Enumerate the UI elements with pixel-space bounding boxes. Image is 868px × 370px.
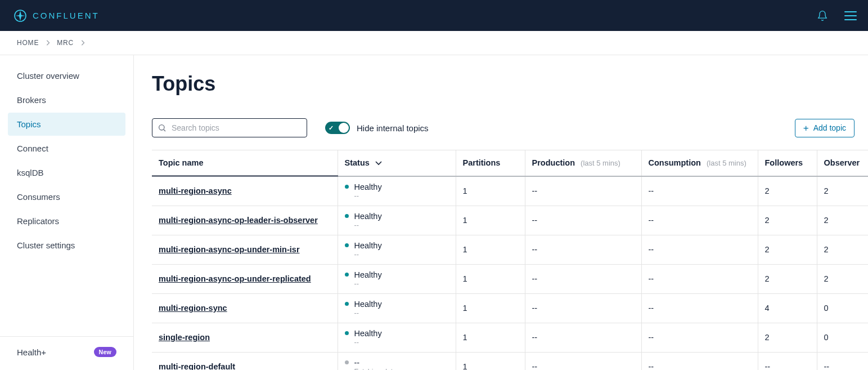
cell-consumption: -- bbox=[641, 264, 758, 293]
cell-followers: 2 bbox=[758, 264, 817, 293]
add-topic-button[interactable]: + Add topic bbox=[795, 119, 854, 137]
cell-production: -- bbox=[525, 323, 641, 352]
confluent-logo-icon bbox=[14, 9, 27, 23]
status-sub: -- bbox=[354, 280, 449, 288]
topic-link[interactable]: multi-region-async bbox=[159, 186, 232, 195]
menu-icon[interactable] bbox=[844, 11, 857, 20]
table-row: single-regionHealthy--1----20 bbox=[152, 323, 868, 352]
new-badge: New bbox=[94, 347, 117, 357]
sidebar-item-health[interactable]: Health+ New bbox=[0, 336, 133, 370]
hide-internal-toggle[interactable]: ✓ Hide internal topics bbox=[325, 122, 429, 134]
sidebar-item-topics[interactable]: Topics bbox=[8, 113, 125, 136]
plus-icon: + bbox=[803, 123, 809, 133]
cell-partitions: 1 bbox=[456, 176, 525, 206]
brand-logo[interactable]: CONFLUENT bbox=[14, 9, 100, 23]
th-status[interactable]: Status bbox=[338, 150, 456, 176]
cell-observers: 2 bbox=[817, 235, 868, 264]
sidebar-item-cluster-overview[interactable]: Cluster overview bbox=[8, 64, 125, 87]
cell-partitions: 1 bbox=[456, 352, 525, 370]
page-title: Topics bbox=[152, 72, 868, 96]
main-content: Topics ✓ Hide internal topics + Add topi… bbox=[134, 55, 868, 370]
status-text: Healthy bbox=[354, 270, 382, 279]
status-dot-icon bbox=[345, 273, 349, 277]
cell-partitions: 1 bbox=[456, 323, 525, 352]
cell-followers: -- bbox=[758, 352, 817, 370]
check-icon: ✓ bbox=[329, 124, 334, 132]
cell-observers: -- bbox=[817, 352, 868, 370]
toolbar: ✓ Hide internal topics + Add topic bbox=[152, 118, 868, 137]
table-row: multi-region-async-op-leader-is-observer… bbox=[152, 206, 868, 235]
cell-consumption: -- bbox=[641, 235, 758, 264]
cell-production: -- bbox=[525, 352, 641, 370]
th-partitions[interactable]: Partitions bbox=[456, 150, 525, 176]
topic-link[interactable]: multi-region-async-op-under-replicated bbox=[159, 274, 311, 283]
topics-table: Topic name Status Partitions Production … bbox=[152, 150, 868, 370]
cell-observers: 2 bbox=[817, 206, 868, 235]
cell-consumption: -- bbox=[641, 352, 758, 370]
status-text: Healthy bbox=[354, 300, 382, 309]
chevron-right-icon bbox=[46, 40, 50, 46]
cell-followers: 2 bbox=[758, 176, 817, 206]
status-sub: -- bbox=[354, 309, 449, 317]
topic-link[interactable]: multi-region-sync bbox=[159, 304, 227, 313]
sidebar-item-consumers[interactable]: Consumers bbox=[8, 185, 125, 208]
layout: Cluster overview Brokers Topics Connect … bbox=[0, 55, 868, 370]
th-topic-name[interactable]: Topic name bbox=[152, 150, 338, 176]
chevron-right-icon bbox=[80, 40, 85, 46]
breadcrumb-home[interactable]: HOME bbox=[17, 39, 39, 47]
cell-consumption: -- bbox=[641, 293, 758, 323]
topic-link[interactable]: multi-region-default bbox=[159, 362, 235, 370]
cell-partitions: 1 bbox=[456, 235, 525, 264]
notifications-icon[interactable] bbox=[816, 10, 829, 22]
cell-followers: 2 bbox=[758, 235, 817, 264]
th-followers[interactable]: Followers bbox=[758, 150, 817, 176]
add-topic-label: Add topic bbox=[813, 123, 846, 132]
sidebar-item-replicators[interactable]: Replicators bbox=[8, 209, 125, 233]
sidebar-item-cluster-settings[interactable]: Cluster settings bbox=[8, 234, 125, 257]
th-observers[interactable]: Observer bbox=[817, 150, 868, 176]
search-input[interactable] bbox=[152, 118, 307, 137]
th-consumption[interactable]: Consumption (last 5 mins) bbox=[641, 150, 758, 176]
brand-name: CONFLUENT bbox=[33, 11, 100, 20]
status-text: -- bbox=[354, 358, 360, 367]
status-sub: -- bbox=[354, 192, 449, 200]
svg-line-2 bbox=[164, 130, 165, 131]
status-text: Healthy bbox=[354, 241, 382, 250]
cell-followers: 4 bbox=[758, 293, 817, 323]
status-sub: -- bbox=[354, 221, 449, 229]
cell-observers: 0 bbox=[817, 323, 868, 352]
breadcrumb-mrc[interactable]: MRC bbox=[57, 39, 74, 47]
sidebar: Cluster overview Brokers Topics Connect … bbox=[0, 55, 134, 370]
search-icon bbox=[158, 123, 167, 132]
sidebar-list: Cluster overview Brokers Topics Connect … bbox=[0, 64, 133, 258]
cell-production: -- bbox=[525, 293, 641, 323]
sidebar-item-connect[interactable]: Connect bbox=[8, 137, 125, 160]
top-nav: CONFLUENT bbox=[0, 0, 868, 31]
breadcrumb: HOME MRC bbox=[0, 31, 868, 55]
cell-observers: 2 bbox=[817, 264, 868, 293]
cell-followers: 2 bbox=[758, 206, 817, 235]
status-text: Healthy bbox=[354, 182, 382, 191]
topic-link[interactable]: multi-region-async-op-under-min-isr bbox=[159, 245, 300, 254]
topic-link[interactable]: multi-region-async-op-leader-is-observer bbox=[159, 216, 318, 225]
toggle-pill: ✓ bbox=[325, 122, 350, 134]
status-sub: -- bbox=[354, 338, 449, 346]
search-wrap bbox=[152, 118, 307, 137]
status-sub: Fetching data... bbox=[354, 368, 449, 371]
cell-consumption: -- bbox=[641, 206, 758, 235]
sidebar-item-brokers[interactable]: Brokers bbox=[8, 88, 125, 112]
table-row: multi-region-default--Fetching data...1-… bbox=[152, 352, 868, 370]
sidebar-item-ksqldb[interactable]: ksqlDB bbox=[8, 161, 125, 184]
cell-observers: 2 bbox=[817, 176, 868, 206]
status-dot-icon bbox=[345, 214, 349, 218]
cell-production: -- bbox=[525, 264, 641, 293]
topics-table-wrap: Topic name Status Partitions Production … bbox=[152, 150, 868, 370]
topic-link[interactable]: single-region bbox=[159, 333, 210, 342]
svg-point-1 bbox=[159, 125, 164, 130]
cell-production: -- bbox=[525, 206, 641, 235]
th-production[interactable]: Production (last 5 mins) bbox=[525, 150, 641, 176]
cell-production: -- bbox=[525, 176, 641, 206]
cell-partitions: 1 bbox=[456, 206, 525, 235]
cell-partitions: 1 bbox=[456, 293, 525, 323]
table-row: multi-region-syncHealthy--1----40 bbox=[152, 293, 868, 323]
